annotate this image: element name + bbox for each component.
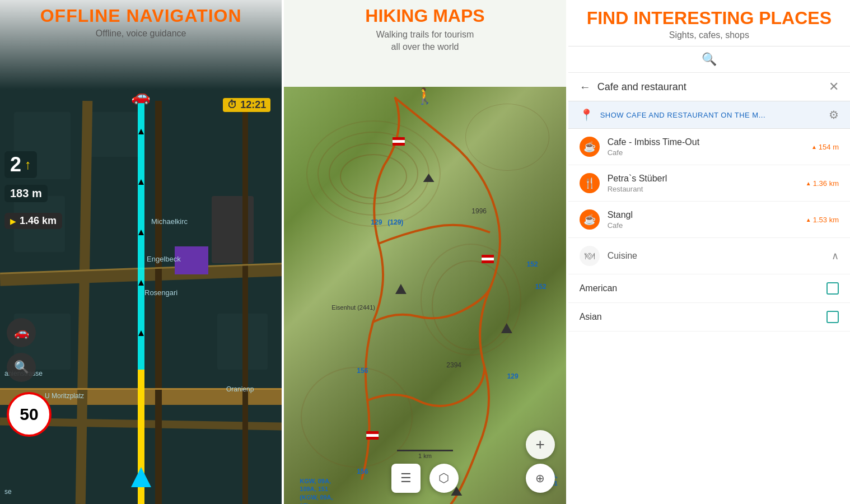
restaurant-icon-2: 🍴 bbox=[580, 173, 600, 193]
scale-bar: 1 km bbox=[397, 450, 453, 459]
route-marker-kgw1: KGW, 09A, bbox=[300, 478, 331, 484]
hiking-map: 129 (129) 152 152 156 129 156 KGW, 09A, … bbox=[284, 87, 566, 504]
place-item-1[interactable]: ☕ Cafe - Imbiss Time-Out Cafe ▲ 154 m bbox=[568, 129, 850, 165]
location-icon: 📍 bbox=[580, 108, 594, 122]
svg-rect-6 bbox=[367, 431, 379, 434]
cuisine-checkbox-asian[interactable] bbox=[826, 311, 839, 323]
hiking-subtitle: Walking trails for tourismall over the w… bbox=[376, 29, 474, 54]
svg-rect-0 bbox=[393, 137, 405, 140]
hiking-header: HIKING MAPS Walking trails for tourismal… bbox=[284, 0, 566, 87]
route-marker-152b: 152 bbox=[535, 283, 547, 291]
route-marker-156a: 156 bbox=[357, 367, 368, 375]
back-button[interactable]: ← bbox=[580, 81, 591, 94]
search-map-button[interactable]: 🔍 bbox=[7, 353, 36, 382]
svg-rect-3 bbox=[482, 255, 494, 258]
map-label-strasse: se bbox=[4, 488, 12, 496]
nav-header: OFFLINE NAVIGATION Offline, voice guidan… bbox=[0, 0, 282, 90]
place-type-1: Cafe bbox=[608, 148, 811, 157]
distance-display: 183 m bbox=[4, 185, 48, 202]
places-panel: FIND INTERESTING PLACES Sights, cafes, s… bbox=[568, 0, 850, 504]
place-dist-1: ▲ 154 m bbox=[811, 143, 839, 151]
clock-icon: ⏱ bbox=[227, 99, 237, 111]
hiking-panel: HIKING MAPS Walking trails for tourismal… bbox=[284, 0, 566, 504]
svg-rect-8 bbox=[367, 437, 379, 440]
distance-value: 183 m bbox=[10, 187, 42, 200]
map-label-moritzplatz: U Moritzplatz bbox=[45, 392, 84, 400]
route-button[interactable]: ⬡ bbox=[429, 464, 459, 493]
place-item-2[interactable]: 🍴 Petra`s Stüberl Restaurant ▲ 1.36 km bbox=[568, 165, 850, 202]
svg-marker-9 bbox=[423, 174, 435, 182]
map-label-rosengari: Rosengari bbox=[144, 288, 178, 297]
place-name-1: Cafe - Imbiss Time-Out bbox=[608, 137, 811, 147]
route-marker-109a1: 109A, 151 bbox=[300, 486, 328, 492]
dist-value-3: 1.53 km bbox=[813, 216, 839, 224]
elev-eisenhut: Eisenhut (2441) bbox=[331, 304, 375, 311]
dist-triangle-1: ▲ bbox=[811, 144, 817, 150]
nav-title: OFFLINE NAVIGATION bbox=[40, 6, 242, 26]
nav-panel: Michaelkirc Engelbeck Rosengari anienstr… bbox=[0, 0, 282, 504]
route-marker-129a: 129 bbox=[371, 218, 382, 226]
map-toolbar: ☰ ⬡ bbox=[391, 464, 459, 493]
filter-icon[interactable]: ⚙ bbox=[829, 108, 839, 122]
time-display: ⏱ 12:21 bbox=[223, 98, 270, 112]
car-icon: 🚗 bbox=[131, 87, 151, 105]
turn-number: 2 bbox=[10, 155, 21, 175]
car-mode-button[interactable]: 🚗 bbox=[7, 318, 36, 347]
cafe-icon-3: ☕ bbox=[580, 209, 600, 230]
place-info-1: Cafe - Imbiss Time-Out Cafe bbox=[608, 137, 811, 157]
km-display: ▶ 1.46 km bbox=[4, 213, 62, 229]
map-label-engelbeck: Engelbeck bbox=[147, 255, 181, 263]
svg-marker-11 bbox=[501, 323, 512, 333]
search-icon: 🔍 bbox=[702, 52, 717, 67]
nav-position-arrow bbox=[131, 467, 151, 487]
dist-triangle-2: ▲ bbox=[806, 180, 811, 186]
cuisine-chevron-icon: ∧ bbox=[832, 250, 839, 262]
dist-value-1: 154 m bbox=[819, 143, 839, 151]
dist-value-2: 1.36 km bbox=[813, 179, 839, 188]
cuisine-header[interactable]: 🍽 Cuisine ∧ bbox=[568, 238, 850, 274]
place-name-2: Petra`s Stüberl bbox=[608, 174, 806, 184]
nav-map: Michaelkirc Engelbeck Rosengari anienstr… bbox=[0, 0, 282, 504]
place-item-3[interactable]: ☕ Stangl Cafe ▲ 1.53 km bbox=[568, 202, 850, 238]
cuisine-icon: 🍽 bbox=[580, 246, 600, 266]
elev-2394: 2394 bbox=[446, 361, 461, 369]
close-button[interactable]: ✕ bbox=[829, 80, 839, 94]
speed-value: 50 bbox=[20, 405, 38, 424]
compass-button[interactable]: ⊕ bbox=[526, 464, 555, 493]
places-subtitle: Sights, cafes, shops bbox=[580, 30, 839, 40]
category-title: Cafe and restaurant bbox=[597, 81, 822, 93]
svg-rect-5 bbox=[482, 260, 494, 263]
place-type-2: Restaurant bbox=[608, 185, 806, 193]
hiker-icon: 🚶 bbox=[415, 87, 435, 105]
place-info-3: Stangl Cafe bbox=[608, 210, 806, 230]
time-value: 12:21 bbox=[240, 99, 266, 111]
route-marker-156b: 156 bbox=[357, 468, 368, 475]
places-header: FIND INTERESTING PLACES Sights, cafes, s… bbox=[568, 0, 850, 46]
scale-label: 1 km bbox=[418, 452, 432, 459]
route-marker-152a: 152 bbox=[527, 260, 538, 268]
place-type-3: Cafe bbox=[608, 221, 806, 230]
turn-indicator: 2 ↑ bbox=[4, 151, 37, 178]
places-title: FIND INTERESTING PLACES bbox=[580, 8, 839, 28]
svg-rect-2 bbox=[393, 143, 405, 146]
km-value: 1.46 km bbox=[20, 215, 57, 227]
dist-triangle-3: ▲ bbox=[806, 217, 811, 223]
cuisine-checkbox-american[interactable] bbox=[826, 282, 839, 295]
place-name-3: Stangl bbox=[608, 210, 806, 220]
nav-subtitle: Offline, voice guidance bbox=[96, 29, 186, 39]
svg-rect-1 bbox=[393, 140, 405, 143]
show-map-row[interactable]: 📍 SHOW CAFE AND RESTAURANT ON THE M... ⚙ bbox=[568, 101, 850, 129]
map-label-oranienp: Oranienp bbox=[226, 385, 254, 393]
cuisine-label: Cuisine bbox=[608, 251, 832, 261]
hiking-title: HIKING MAPS bbox=[365, 6, 484, 26]
svg-rect-7 bbox=[367, 434, 379, 437]
route-marker-kgw2: (KGW, 09A, bbox=[300, 494, 333, 501]
cuisine-item-american[interactable]: American bbox=[568, 274, 850, 303]
menu-button[interactable]: ☰ bbox=[391, 464, 421, 493]
search-bar[interactable]: 🔍 bbox=[568, 46, 850, 73]
cuisine-name-american: American bbox=[580, 283, 826, 293]
route-marker-129b: (129) bbox=[387, 218, 403, 226]
cuisine-item-asian[interactable]: Asian bbox=[568, 303, 850, 332]
category-bar: ← Cafe and restaurant ✕ bbox=[568, 73, 850, 101]
trail-svg bbox=[284, 87, 566, 504]
